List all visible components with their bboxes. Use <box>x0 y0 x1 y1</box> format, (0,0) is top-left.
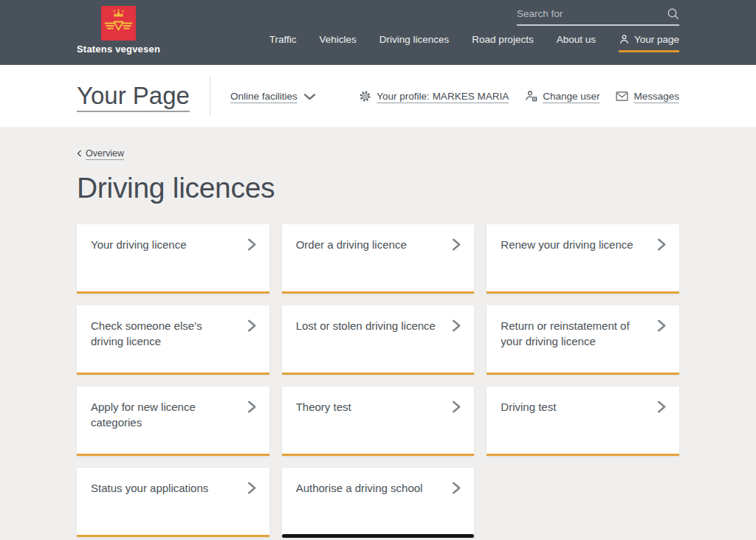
messages-label: Messages <box>633 91 679 102</box>
main-content: Overview Driving licences Your driving l… <box>0 127 756 540</box>
card-return-or-reinstatement-of-your-driving-licence[interactable]: Return or reinstatement of your driving … <box>487 305 679 375</box>
card-status-your-applications[interactable]: Status your applications <box>77 468 269 537</box>
card-authorise-a-driving-school[interactable]: Authorise a driving school <box>282 468 475 537</box>
vertical-divider <box>210 76 210 116</box>
nav-item-label: Road projects <box>472 34 533 45</box>
card-driving-test[interactable]: Driving test <box>487 387 679 456</box>
chevron-right-icon <box>452 401 461 413</box>
subheader: Your Page Online facilities Your profile… <box>0 65 756 127</box>
card-label: Lost or stolen driving licence <box>296 318 441 333</box>
nav-item-vehicles[interactable]: Vehicles <box>320 34 357 52</box>
card-label: Apply for new licence categories <box>91 399 236 431</box>
card-label: Status your applications <box>91 480 236 496</box>
topbar-right: Traffic Vehicles Driving licences Road p… <box>269 0 679 65</box>
chevron-right-icon <box>657 238 667 251</box>
brand-name: Statens vegvesen <box>77 44 160 55</box>
card-theory-test[interactable]: Theory test <box>282 387 475 456</box>
change-user-link[interactable]: Change user <box>525 90 599 102</box>
search-icon[interactable] <box>667 7 679 20</box>
chevron-right-icon <box>657 319 667 332</box>
card-apply-for-new-licence-categories[interactable]: Apply for new licence categories <box>77 387 269 456</box>
envelope-icon <box>616 91 628 101</box>
page-title-link[interactable]: Your Page <box>77 82 190 110</box>
card-label: Theory test <box>296 399 441 415</box>
svv-logo <box>101 6 136 41</box>
card-label: Renew your driving licence <box>501 237 645 252</box>
card-label: Check someone else’s driving licence <box>91 318 236 350</box>
chevron-right-icon <box>247 401 257 413</box>
breadcrumb[interactable]: Overview <box>77 148 124 159</box>
svv-emblem-icon <box>101 6 136 41</box>
chevron-down-icon <box>304 94 315 100</box>
card-label: Driving test <box>501 399 645 415</box>
chevron-left-icon <box>77 150 82 157</box>
card-label: Authorise a driving school <box>296 480 441 496</box>
online-facilities-dropdown[interactable]: Online facilities <box>230 91 315 102</box>
nav-item-road-projects[interactable]: Road projects <box>472 34 533 52</box>
messages-link[interactable]: Messages <box>616 91 679 102</box>
card-label: Your driving licence <box>91 237 236 252</box>
nav-item-label: Vehicles <box>320 34 357 45</box>
search-input[interactable] <box>517 5 667 22</box>
nav-item-label: Traffic <box>269 34 297 45</box>
chevron-right-icon <box>657 401 667 413</box>
main-nav: Traffic Vehicles Driving licences Road p… <box>269 34 679 52</box>
gear-icon <box>359 90 371 103</box>
cards-grid: Your driving licence Order a driving lic… <box>77 224 679 537</box>
nav-item-label: Your page <box>634 34 679 45</box>
nav-item-driving-licences[interactable]: Driving licences <box>379 34 450 52</box>
chevron-right-icon <box>247 319 257 332</box>
chevron-right-icon <box>247 482 257 494</box>
card-your-driving-licence[interactable]: Your driving licence <box>77 224 269 294</box>
card-renew-your-driving-licence[interactable]: Renew your driving licence <box>487 224 679 294</box>
nav-item-label: About us <box>557 34 596 45</box>
subheader-links: Your profile: MARKES MARIA Change user <box>359 90 679 103</box>
nav-item-your-page[interactable]: Your page <box>619 34 679 52</box>
card-lost-or-stolen-driving-licence[interactable]: Lost or stolen driving licence <box>282 305 475 375</box>
card-label: Order a driving licence <box>296 237 441 252</box>
nav-item-about-us[interactable]: About us <box>557 34 596 52</box>
card-order-a-driving-licence[interactable]: Order a driving licence <box>282 224 475 294</box>
profile-label: Your profile: MARKES MARIA <box>377 91 509 102</box>
breadcrumb-label: Overview <box>86 148 124 159</box>
top-header: Statens vegvesen Traffic Vehicles Drivin… <box>0 0 756 65</box>
search-box <box>517 5 679 26</box>
chevron-right-icon <box>247 238 257 251</box>
change-user-icon <box>525 90 537 102</box>
nav-item-label: Driving licences <box>379 34 450 45</box>
user-icon <box>619 34 630 45</box>
page-heading: Driving licences <box>77 172 679 204</box>
online-facilities-label: Online facilities <box>230 91 298 102</box>
home-logo-link[interactable]: Statens vegvesen <box>77 0 160 65</box>
nav-item-traffic[interactable]: Traffic <box>269 34 297 52</box>
card-check-someone-else-s-driving-licence[interactable]: Check someone else’s driving licence <box>77 305 269 375</box>
profile-link[interactable]: Your profile: MARKES MARIA <box>359 90 509 103</box>
card-label: Return or reinstatement of your driving … <box>501 318 645 350</box>
chevron-right-icon <box>452 238 461 251</box>
chevron-right-icon <box>452 482 461 494</box>
change-user-label: Change user <box>543 91 599 102</box>
chevron-right-icon <box>452 319 461 332</box>
